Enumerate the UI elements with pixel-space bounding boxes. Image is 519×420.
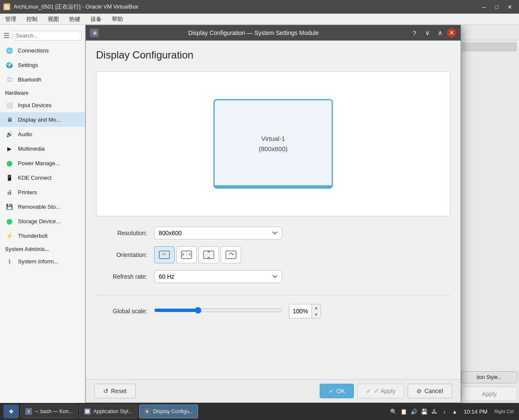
sidebar-item-settings[interactable]: 🌍 Settings [0, 58, 85, 72]
menu-view[interactable]: 视图 [46, 15, 61, 24]
modal-body: Display Configuration Virtual-1 (800x600… [86, 41, 461, 379]
scale-slider[interactable] [154, 307, 282, 314]
refresh-rate-select[interactable]: 60 Hz 75 Hz 120 Hz [154, 270, 282, 283]
network-tray-icon[interactable]: 🖧 [431, 408, 438, 415]
menu-hotkey[interactable]: 热键 [67, 15, 82, 24]
settings-icon: 🌍 [5, 61, 14, 69]
input-devices-icon: ⬜ [5, 101, 14, 109]
orient-flip-v-button[interactable] [198, 246, 219, 263]
search-input[interactable] [16, 32, 79, 39]
monitor-box[interactable]: Virtual-1 (800x600) [213, 99, 333, 189]
monitor-label: Virtual-1 (800x600) [259, 134, 288, 154]
audio2-tray-icon[interactable]: ♪ [441, 408, 449, 415]
apply-label: ✓ Apply [374, 388, 395, 394]
global-scale-label: Global scale: [96, 308, 147, 315]
taskbar-item-appstyle[interactable]: ⬜ Application Styl... [79, 405, 137, 418]
resolution-label: Resolution: [96, 230, 147, 236]
svg-rect-1 [160, 252, 169, 257]
sidebar-item-audio[interactable]: 🔊 Audio [0, 127, 85, 141]
hamburger-icon[interactable]: ☰ [3, 32, 9, 40]
sidebar-label-connections: Connections [18, 47, 49, 54]
sysadmin-section-label: System Adminis... [0, 243, 85, 254]
sidebar-item-bluetooth[interactable]: ⬡ Bluetooth [0, 72, 85, 87]
sidebar-item-display[interactable]: 🖥 Display and Mo... [0, 112, 85, 127]
ok-button[interactable]: ✓ OK [320, 384, 354, 398]
apply-button[interactable]: ✓ ✓ Apply [357, 384, 404, 398]
resolution-control[interactable]: 800x600 1024x768 1280x720 1920x1080 [154, 227, 282, 239]
menu-control[interactable]: 控制 [25, 15, 39, 24]
search-tray-icon[interactable]: 🔍 [390, 408, 397, 415]
sidebar-header: ☰ [0, 28, 85, 43]
monitor-resolution: (800x600) [259, 145, 288, 152]
taskbar-item-terminal[interactable]: $ ~: bash — Kon... [20, 405, 78, 418]
orient-flip-h-icon [181, 250, 192, 260]
orientation-buttons [154, 246, 241, 263]
save-tray-icon[interactable]: 💾 [420, 408, 428, 415]
sidebar-item-thunderbolt[interactable]: ⚡ Thunderbolt [0, 228, 85, 243]
taskbar-item-display[interactable]: 🖥 Display Configu... [139, 405, 198, 418]
terminal-icon: $ [25, 408, 32, 415]
sidebar-item-sysinfo[interactable]: ℹ System Inform... [0, 254, 85, 268]
menu-manage[interactable]: 管理 [3, 15, 18, 24]
sidebar-item-multimedia[interactable]: ▶ Multimedia [0, 141, 85, 156]
settings-divider [96, 295, 450, 295]
vbox-title: ArchLinux_0501 [正在运行] - Oracle VM Virtua… [14, 3, 478, 11]
orient-rotate-icon [225, 250, 237, 260]
cancel-icon: ⊘ [417, 388, 422, 394]
sidebar-item-printers[interactable]: 🖨 Printers [0, 185, 85, 199]
svg-rect-6 [226, 251, 236, 259]
modal-minimize-button[interactable]: ∨ [421, 27, 433, 39]
virtualbox-window: ⬜ ArchLinux_0501 [正在运行] - Oracle VM Virt… [0, 0, 519, 420]
volume-tray-icon[interactable]: 🔊 [410, 408, 418, 415]
modal-help-button[interactable]: ? [408, 27, 420, 39]
display-icon: 🖥 [5, 115, 14, 124]
sidebar-item-input-devices[interactable]: ⬜ Input Devices [0, 98, 85, 112]
display-config-modal: 🖥 Display Configuration — System Setting… [85, 25, 461, 403]
sidebar-item-connections[interactable]: 🌐 Connections [0, 43, 85, 58]
menu-devices[interactable]: 设备 [89, 15, 103, 24]
sidebar-item-removable[interactable]: 💾 Removable Sto... [0, 199, 85, 214]
reset-button[interactable]: ↺ Reset [94, 384, 136, 398]
orient-normal-icon [158, 250, 170, 260]
close-button[interactable]: ✕ [504, 1, 516, 12]
cancel-button[interactable]: ⊘ Cancel [408, 384, 452, 398]
orient-normal-button[interactable] [154, 246, 175, 263]
vbox-icon: ⬜ [3, 3, 10, 10]
reset-icon: ↺ [103, 388, 108, 394]
outer-apply-button[interactable]: Apply [461, 387, 517, 401]
power-icon: ⬤ [5, 159, 14, 167]
modal-maximize-button[interactable]: ∧ [434, 27, 446, 39]
sidebar-item-storage[interactable]: ⬤ Storage Device... [0, 214, 85, 228]
modal-close-button[interactable]: ✕ [447, 28, 456, 38]
orient-rotate-button[interactable] [221, 246, 241, 263]
arrow-tray-icon[interactable]: ▲ [451, 408, 459, 415]
menu-help[interactable]: 帮助 [110, 15, 125, 24]
maximize-button[interactable]: □ [491, 1, 503, 12]
scale-down-button[interactable]: ▼ [312, 311, 321, 318]
clipboard-tray-icon[interactable]: 📋 [400, 408, 408, 415]
ok-icon: ✓ [329, 388, 334, 394]
orient-flip-h-button[interactable] [176, 246, 197, 263]
thunderbolt-icon: ⚡ [5, 231, 14, 240]
modal-title-text: Display Configuration — System Settings … [102, 29, 405, 36]
refresh-rate-control[interactable]: 60 Hz 75 Hz 120 Hz [154, 270, 282, 283]
minimize-button[interactable]: ─ [478, 1, 490, 12]
removable-icon: 💾 [5, 202, 14, 211]
systray: 🔍 📋 🔊 💾 🖧 ♪ ▲ [390, 408, 459, 415]
sidebar-label-storage: Storage Device... [18, 218, 61, 225]
resolution-row: Resolution: 800x600 1024x768 1280x720 19… [96, 227, 450, 239]
resolution-select[interactable]: 800x600 1024x768 1280x720 1920x1080 [154, 227, 282, 239]
sidebar-label-multimedia: Multimedia [18, 146, 45, 152]
modal-footer: ↺ Reset ✓ OK ✓ ✓ Apply ⊘ Cancel [86, 379, 461, 402]
modal-page-title: Display Configuration [96, 49, 450, 61]
search-box[interactable] [13, 31, 82, 41]
multimedia-icon: ▶ [5, 144, 14, 153]
app-style-button[interactable]: tion Style... [461, 371, 517, 383]
apply-icon: ✓ [366, 388, 371, 394]
cancel-label: Cancel [424, 388, 443, 394]
scale-up-button[interactable]: ▲ [312, 304, 321, 311]
sidebar-item-power[interactable]: ⬤ Power Manage... [0, 156, 85, 170]
taskbar-start-button[interactable]: ❖ [3, 405, 19, 418]
sidebar-item-kde-connect[interactable]: 📱 KDE Connect [0, 170, 85, 185]
connections-icon: 🌐 [5, 46, 14, 55]
